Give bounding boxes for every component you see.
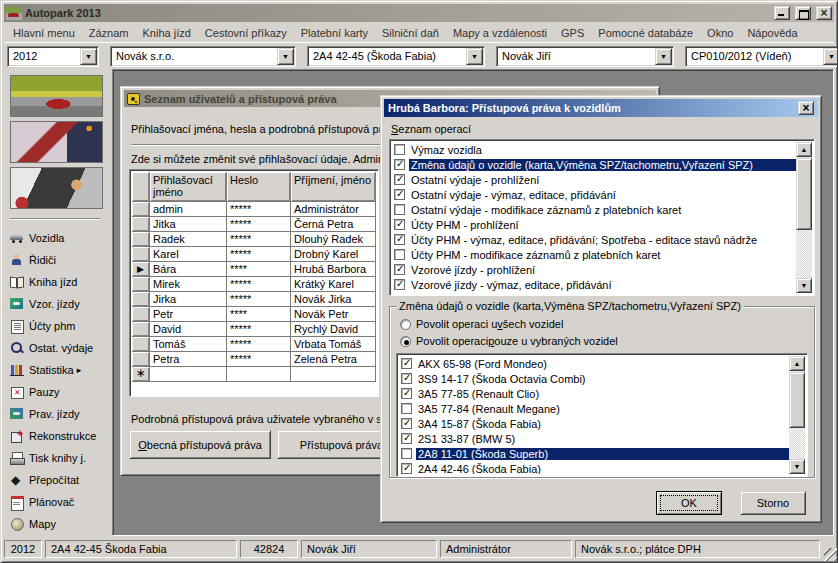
- dropdown-arrow-icon[interactable]: [277, 48, 294, 65]
- menu-item[interactable]: Cestovní příkazy: [198, 25, 294, 41]
- dropdown-arrow-icon[interactable]: [466, 48, 483, 65]
- operation-item[interactable]: Vzorové jízdy - výmaz, editace, přidáván…: [392, 277, 796, 292]
- name-cell[interactable]: Novák Jirka: [291, 292, 376, 307]
- vehicle-checkbox[interactable]: [401, 448, 412, 459]
- operation-item[interactable]: Účty PHM - modifikace záznamů z platební…: [392, 247, 796, 262]
- login-cell[interactable]: Jitka: [150, 217, 227, 232]
- menu-item[interactable]: Silniční daň: [375, 25, 446, 41]
- login-cell[interactable]: Tomáš: [150, 337, 227, 352]
- operation-item[interactable]: Ostatní výdaje - prohlížení: [392, 172, 796, 187]
- name-cell[interactable]: Rychlý David: [291, 322, 376, 337]
- row-selector[interactable]: [132, 352, 150, 367]
- operation-checkbox[interactable]: [394, 249, 405, 260]
- sidebar-item[interactable]: Účty phm: [10, 315, 112, 337]
- vehicle-checkbox[interactable]: [401, 388, 412, 399]
- operation-item[interactable]: Účty PHM - výmaz, editace, přidávání; Sp…: [392, 232, 796, 247]
- dialog-close-button[interactable]: [798, 101, 814, 115]
- operation-checkbox[interactable]: [394, 159, 405, 170]
- radio-all-vehicles[interactable]: Povolit operaci u všech vozidel: [400, 318, 563, 330]
- operation-checkbox[interactable]: [394, 174, 405, 185]
- row-selector[interactable]: [132, 307, 150, 322]
- operation-checkbox[interactable]: [394, 204, 405, 215]
- login-cell[interactable]: Karel: [150, 247, 227, 262]
- login-cell[interactable]: Radek: [150, 232, 227, 247]
- operation-item[interactable]: Ostatní výdaje - výmaz, editace, přidává…: [392, 187, 796, 202]
- row-selector[interactable]: [132, 337, 150, 352]
- row-selector[interactable]: [132, 217, 150, 232]
- dialog-titlebar[interactable]: Hrubá Barbora: Přístupová práva k vozidl…: [384, 99, 818, 117]
- login-cell[interactable]: Mirek: [150, 277, 227, 292]
- login-cell[interactable]: Petra: [150, 352, 227, 367]
- vehicle-item[interactable]: 2A8 11-01 (Škoda Superb): [399, 446, 789, 461]
- user-row[interactable]: Radek ***** Dlouhý Radek: [132, 232, 376, 247]
- password-cell[interactable]: ****: [227, 307, 291, 322]
- sidebar-item[interactable]: Prav. jízdy: [10, 403, 112, 425]
- scroll-up-icon[interactable]: [796, 142, 812, 157]
- password-cell[interactable]: *****: [227, 277, 291, 292]
- sidebar-item[interactable]: Pauzy: [10, 381, 112, 403]
- name-cell[interactable]: Hrubá Barbora: [291, 262, 376, 277]
- sidebar-item[interactable]: Vzor. jízdy: [10, 293, 112, 315]
- password-cell[interactable]: *****: [227, 292, 291, 307]
- toolbar-combo[interactable]: Novák Jiří: [496, 46, 674, 67]
- vehicle-item[interactable]: 3A5 77-84 (Renault Megane): [399, 401, 789, 416]
- operation-item[interactable]: Účty PHM - prohlížení: [392, 217, 796, 232]
- operation-item[interactable]: Změna údajů o vozidle (karta,Výměna SPZ/…: [392, 157, 796, 172]
- dropdown-arrow-icon[interactable]: [823, 48, 838, 65]
- cancel-button[interactable]: Storno: [740, 491, 806, 515]
- name-cell[interactable]: Zelená Petra: [291, 352, 376, 367]
- radio-icon[interactable]: [400, 336, 411, 347]
- user-row[interactable]: Karel ***** Drobný Karel: [132, 247, 376, 262]
- login-cell[interactable]: David: [150, 322, 227, 337]
- password-cell[interactable]: *****: [227, 322, 291, 337]
- menu-item[interactable]: GPS: [554, 25, 591, 41]
- new-row-marker-icon[interactable]: ∗: [132, 367, 150, 382]
- sidebar-item[interactable]: Řidiči: [10, 249, 112, 271]
- menu-item[interactable]: Hlavní menu: [6, 25, 82, 41]
- vehicle-item[interactable]: 3S9 14-17 (Škoda Octavia Combi): [399, 371, 789, 386]
- sidebar-item[interactable]: Vozidla: [10, 227, 112, 249]
- header-password[interactable]: Heslo: [227, 172, 291, 202]
- login-cell[interactable]: Jirka: [150, 292, 227, 307]
- toolbar-combo[interactable]: 2A4 42-45 (Škoda Fabia): [307, 46, 485, 67]
- user-row[interactable]: Tomáš ***** Vrbata Tomáš: [132, 337, 376, 352]
- scroll-down-icon[interactable]: [796, 278, 812, 293]
- vehicle-item[interactable]: 2A4 42-46 (Škoda Fabia): [399, 461, 789, 474]
- vehicle-item[interactable]: AKX 65-98 (Ford Mondeo): [399, 356, 789, 371]
- menu-item[interactable]: Platební karty: [294, 25, 375, 41]
- sidebar-item[interactable]: Mapy: [10, 513, 112, 535]
- name-cell[interactable]: Krátký Karel: [291, 277, 376, 292]
- header-name[interactable]: Příjmení, jméno: [291, 172, 376, 202]
- operation-item[interactable]: Ostatní výdaje - modifikace záznamů z pl…: [392, 202, 796, 217]
- menu-item[interactable]: Kniha jízd: [136, 25, 198, 41]
- new-user-row[interactable]: ∗: [132, 367, 376, 382]
- vehicle-item[interactable]: 3A5 77-85 (Renault Clio): [399, 386, 789, 401]
- row-selector[interactable]: [132, 232, 150, 247]
- vehicle-checkbox[interactable]: [401, 418, 412, 429]
- user-row[interactable]: Jirka ***** Novák Jirka: [132, 292, 376, 307]
- operation-checkbox[interactable]: [394, 219, 405, 230]
- row-selector[interactable]: [132, 262, 150, 277]
- operations-scrollbar[interactable]: [796, 142, 812, 293]
- toolbar-combo[interactable]: Novák s.r.o.: [110, 46, 296, 67]
- user-row[interactable]: Mirek ***** Krátký Karel: [132, 277, 376, 292]
- row-selector[interactable]: [132, 277, 150, 292]
- user-row[interactable]: Petr **** Novák Petr: [132, 307, 376, 322]
- menu-item[interactable]: Okno: [700, 25, 740, 41]
- password-cell[interactable]: *****: [227, 352, 291, 367]
- dropdown-arrow-icon[interactable]: [80, 48, 97, 65]
- vehicle-item[interactable]: 2S1 33-87 (BMW 5): [399, 431, 789, 446]
- password-cell[interactable]: ****: [227, 262, 291, 277]
- menu-item[interactable]: Nápověda: [740, 25, 804, 41]
- user-row[interactable]: David ***** Rychlý David: [132, 322, 376, 337]
- name-cell[interactable]: Novák Petr: [291, 307, 376, 322]
- name-cell[interactable]: Černá Petra: [291, 217, 376, 232]
- operation-checkbox[interactable]: [394, 279, 405, 290]
- name-cell[interactable]: Administrátor: [291, 202, 376, 217]
- password-cell[interactable]: *****: [227, 232, 291, 247]
- maximize-button[interactable]: [795, 6, 811, 20]
- app-titlebar[interactable]: Autopark 2013: [4, 4, 834, 22]
- vehicle-item[interactable]: 3A4 15-87 (Škoda Fabia): [399, 416, 789, 431]
- scroll-thumb[interactable]: [789, 372, 805, 428]
- row-selector[interactable]: [132, 292, 150, 307]
